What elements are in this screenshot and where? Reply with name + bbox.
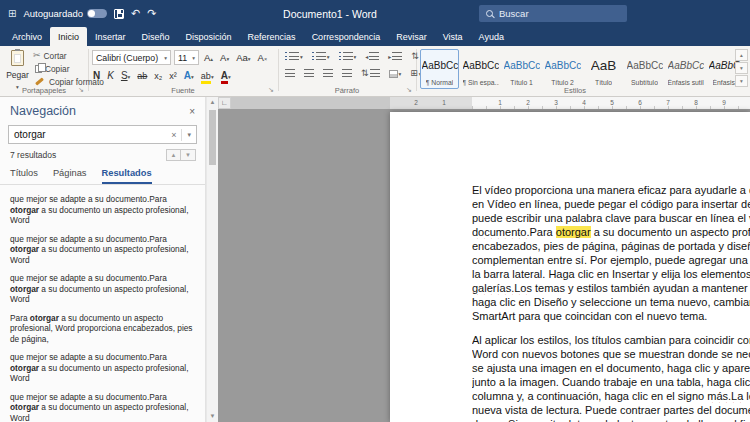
clear-search-icon[interactable]: × <box>166 130 181 140</box>
gallery-down-icon[interactable]: ▾ <box>735 62 748 74</box>
search-result-item[interactable]: que mejor se adapte a su documento.Para … <box>0 230 205 270</box>
highlight-color-button[interactable]: ab▾ <box>201 70 214 81</box>
justify-button[interactable] <box>342 69 352 78</box>
text-effects-button[interactable]: A▾ <box>184 70 194 81</box>
scrollbar-thumb[interactable] <box>209 110 216 165</box>
chevron-down-icon: ▾ <box>192 55 195 61</box>
style-título[interactable]: AaBTítulo <box>584 49 623 89</box>
paste-label: Pegar <box>6 70 29 80</box>
search-result-item[interactable]: Para otorgar a su documento un aspecto p… <box>0 309 205 349</box>
nav-scrollbar[interactable]: ▲ ▼ <box>206 97 218 422</box>
change-case-button[interactable]: Aa▾ <box>236 52 250 63</box>
font-dialog-launcher[interactable]: ↘ <box>268 86 274 94</box>
font-name-combo[interactable]: Calibri (Cuerpo)▾ <box>92 50 171 65</box>
search-placeholder: Buscar <box>499 8 529 19</box>
nav-search-input[interactable]: otorgar × ▾ <box>8 125 197 144</box>
search-result-item[interactable]: que mejor se adapte a su documento.Para … <box>0 348 205 388</box>
tab-revisar[interactable]: Revisar <box>388 27 435 46</box>
increase-indent-button[interactable]: ▸ <box>388 52 402 61</box>
scroll-down-icon[interactable]: ▼ <box>207 411 218 422</box>
paste-button[interactable]: Pegar ▾ <box>4 49 31 91</box>
style-normal[interactable]: AaBbCcDc¶ Normal <box>420 49 459 89</box>
style-sin-espa[interactable]: AaBbCcDc¶ Sin espa... <box>461 49 500 89</box>
quick-access-toolbar: ⊞ Autoguardado ↶ ↷ <box>0 8 157 19</box>
nav-search-value: otorgar <box>9 129 166 140</box>
style-subtítulo[interactable]: AaBbCcDSubtítulo <box>625 49 664 89</box>
copy-icon <box>35 65 42 73</box>
nav-tabs: TítulosPáginasResultados <box>0 161 205 185</box>
styles-gallery-arrows: ▴ ▾ ▾ <box>735 49 748 87</box>
style-título-2[interactable]: AaBbCcETítulo 2 <box>543 49 582 89</box>
font-size-combo[interactable]: 11▾ <box>174 50 199 65</box>
multilevel-list-button[interactable]: ▾ <box>339 52 357 61</box>
word-window: ⊞ Autoguardado ↶ ↷ Documento1 - Word Bus… <box>0 0 750 422</box>
search-result-item[interactable]: que mejor se adapte a su documento.Para … <box>0 190 205 230</box>
tab-ayuda[interactable]: Ayuda <box>471 27 512 46</box>
gallery-up-icon[interactable]: ▴ <box>735 49 748 61</box>
grow-font-button[interactable]: A▴ <box>204 52 213 63</box>
search-options-chevron-icon[interactable]: ▾ <box>182 131 196 139</box>
tab-disposición[interactable]: Disposición <box>178 27 240 46</box>
tab-inicio[interactable]: Inicio <box>50 27 87 46</box>
underline-button[interactable]: S▾ <box>121 70 130 81</box>
titlebar: ⊞ Autoguardado ↶ ↷ Documento1 - Word Bus… <box>0 0 750 27</box>
nav-tab-páginas[interactable]: Páginas <box>53 168 87 184</box>
style-énfasis-sutil[interactable]: AaBbCcDtÉnfasis sutil <box>666 49 705 89</box>
search-result-item[interactable]: que mejor se adapte a su documento.Para … <box>0 388 205 422</box>
tab-selector[interactable]: ∟ <box>218 97 231 109</box>
numbering-button[interactable]: ▾ <box>312 52 330 61</box>
clipboard-dialog-launcher[interactable]: ↘ <box>78 86 84 94</box>
document-area: ∟ 21123456789 El vídeo proporciona una m… <box>218 97 750 422</box>
align-right-button[interactable] <box>323 69 333 78</box>
tab-correspondencia[interactable]: Correspondencia <box>304 27 389 46</box>
save-icon[interactable] <box>114 9 124 19</box>
tab-insertar[interactable]: Insertar <box>87 27 134 46</box>
nav-tab-títulos[interactable]: Títulos <box>10 168 38 184</box>
redo-icon[interactable]: ↷ <box>147 8 156 19</box>
search-result-item[interactable]: que mejor se adapte a su documento.Para … <box>0 269 205 309</box>
document-page[interactable]: El vídeo proporciona una manera eficaz p… <box>390 112 750 422</box>
app-grid-icon[interactable]: ⊞ <box>8 8 16 19</box>
bullets-button[interactable]: ▾ <box>285 52 303 61</box>
toggle-off-icon <box>87 9 107 18</box>
previous-result-button[interactable]: ▲ <box>166 149 181 161</box>
shrink-font-button[interactable]: A▾ <box>220 52 229 63</box>
align-center-button[interactable] <box>304 69 314 78</box>
navigation-pane: Navegación × otorgar × ▾ 7 resultados ▲ … <box>0 97 206 422</box>
titlebar-search[interactable]: Buscar <box>479 5 627 22</box>
undo-icon[interactable]: ↶ <box>131 8 140 19</box>
brush-icon <box>35 77 44 85</box>
document-text[interactable]: El vídeo proporciona una manera eficaz p… <box>472 183 750 422</box>
paragraph-row2-icons: ⇅ ▾ ⊞▾ <box>285 69 422 78</box>
font-color-button[interactable]: A▾ <box>221 70 231 81</box>
paragraph-group-label: Párrafo <box>278 86 416 95</box>
scroll-up-icon[interactable]: ▲ <box>207 97 218 108</box>
strikethrough-button[interactable]: ab <box>137 71 147 81</box>
italic-button[interactable]: K <box>107 70 114 81</box>
tab-referencias[interactable]: Referencias <box>240 27 304 46</box>
ruler-margin-section <box>390 97 472 109</box>
bold-button[interactable]: N <box>93 70 100 81</box>
styles-group-label: Estilos <box>416 86 734 95</box>
group-separator <box>278 49 279 91</box>
sort-button[interactable]: ⇅ <box>411 52 419 61</box>
tab-archivo[interactable]: Archivo <box>4 27 50 46</box>
results-count: 7 resultados <box>10 150 56 160</box>
line-spacing-button[interactable]: ⇅ <box>361 69 380 78</box>
paragraph-dialog-launcher[interactable]: ↘ <box>406 86 412 94</box>
gallery-more-icon[interactable]: ▾ <box>735 75 748 87</box>
tab-vista[interactable]: Vista <box>435 27 471 46</box>
autosave-toggle[interactable]: Autoguardado <box>23 8 107 19</box>
close-icon[interactable]: × <box>189 106 195 117</box>
shading-button[interactable]: ▾ <box>389 70 402 78</box>
autosave-label: Autoguardado <box>23 8 83 19</box>
clear-formatting-button[interactable]: A× <box>258 52 268 63</box>
nav-tab-resultados[interactable]: Resultados <box>102 168 152 184</box>
next-result-button[interactable]: ▼ <box>181 149 196 161</box>
style-título-1[interactable]: AaBbCcTítulo 1 <box>502 49 541 89</box>
tab-diseño[interactable]: Diseño <box>134 27 178 46</box>
superscript-button[interactable]: x² <box>169 71 177 81</box>
align-left-button[interactable] <box>285 69 295 78</box>
decrease-indent-button[interactable]: ◂ <box>365 52 379 61</box>
subscript-button[interactable]: x₂ <box>154 71 162 81</box>
